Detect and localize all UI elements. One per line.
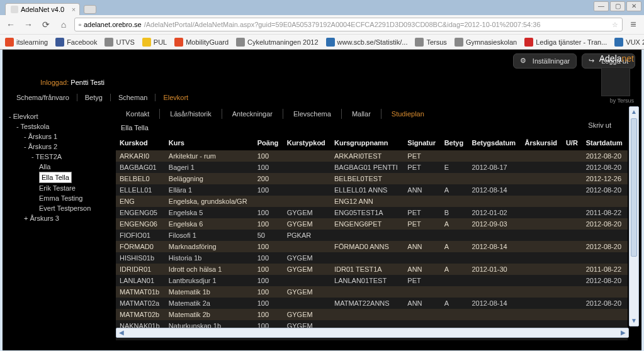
table-body: ARKARI0Arkitektur - rum100ARKARI0TESTPET… [116, 150, 628, 332]
sub-tab[interactable]: Elevschema [283, 109, 342, 119]
minimize-button[interactable]: — [594, 1, 609, 11]
cell [562, 196, 582, 207]
tree-year-3[interactable]: + Årskurs 3 [9, 213, 113, 223]
table-row[interactable]: ARKARI0Arkitektur - rum100ARKARI0TESTPET… [116, 150, 628, 162]
table-row[interactable]: FIOFIO01Filosofi 150PGKAR [116, 230, 628, 241]
column-header[interactable]: Betygsdatum [468, 135, 521, 150]
tree-student[interactable]: Emma Testing [9, 193, 113, 203]
address-bar[interactable]: ▫ adelanet.orebro.se/AdelaNetPortal/Adel… [74, 18, 623, 31]
cell: PET [404, 207, 440, 218]
menu-button[interactable]: ≡ [626, 18, 640, 31]
cell: 2012-08-14 [468, 184, 521, 196]
settings-button[interactable]: ⚙ Inställningar [513, 53, 577, 69]
horizontal-scrollbar[interactable]: ◀ ▶ [116, 328, 629, 338]
close-window-button[interactable]: ✕ [626, 1, 641, 11]
bookmark-item[interactable]: Cykelutmaningen 2012 [236, 38, 319, 47]
tree-year-2[interactable]: - Årskurs 2 [9, 142, 113, 152]
sub-tab[interactable]: Mallar [342, 109, 381, 119]
close-icon[interactable]: × [72, 6, 76, 13]
table-row[interactable]: ELLELL01Ellära 1100ELLELL01 ANNSANNA2012… [116, 184, 628, 196]
brand-logo [601, 67, 630, 96]
main-nav-item[interactable]: Elevkort [155, 94, 196, 101]
by-tersus: by Tersus [610, 98, 634, 104]
sub-tab[interactable]: Läsår/historik [160, 109, 222, 119]
bookmark-item[interactable]: Facebook [55, 38, 97, 47]
cell: 2011-08-22 [582, 207, 628, 218]
new-tab-button[interactable] [84, 5, 96, 14]
column-header[interactable]: Kursgruppnamn [330, 135, 404, 150]
table-row[interactable]: ENGENG06Engelska 6100GYGEMENGENG6PETPETA… [116, 218, 628, 230]
table-row[interactable]: MATMAT02aMatematik 2a100MATMAT22ANNSANNA… [116, 298, 628, 309]
bookmark-item[interactable]: UTVS [105, 38, 134, 47]
tree-school[interactable]: - Testskola [9, 121, 113, 131]
home-button[interactable]: ⌂ [57, 18, 71, 31]
table-row[interactable]: MATMAT01bMatematik 1b100GYGEM [116, 286, 628, 298]
tree-root[interactable]: - Elevkort [9, 111, 113, 121]
cell: HISHIS01b [116, 252, 165, 264]
table-row[interactable]: HISHIS01bHistoria 1b100GYGEM [116, 252, 628, 264]
bookmark-item[interactable]: PUL [142, 38, 167, 47]
main-nav-item[interactable]: Betyg [77, 94, 111, 101]
sub-tab[interactable]: Kontakt [116, 109, 160, 119]
table-row[interactable]: BELBEL0Beläggning200BELBEL0TEST2012-12-2… [116, 173, 628, 184]
main-nav-item[interactable]: Scheman [111, 94, 155, 101]
table-row[interactable]: FÖRMAD0Marknadsföring100FÖRMAD0 ANNSANNA… [116, 241, 628, 252]
scroll-right-icon[interactable]: ▶ [618, 328, 628, 337]
maximize-button[interactable]: ▢ [610, 1, 625, 11]
column-header[interactable]: Poäng [254, 135, 283, 150]
column-header[interactable]: Signatur [404, 135, 440, 150]
scroll-left-icon[interactable]: ◀ [116, 328, 127, 337]
app-frame: ⚙ Inställningar ↪ Logga ut Adelanet by T… [3, 50, 641, 350]
scroll-up-icon[interactable]: ▲ [630, 107, 638, 117]
column-header[interactable]: Kurskod [116, 135, 165, 150]
table-row[interactable]: ENGENG05Engelska 5100GYGEMENG05TEST1APET… [116, 207, 628, 218]
cell: 2012-01-02 [468, 207, 521, 218]
body-row: - Elevkort - Testskola - Årskurs 1 - Års… [3, 106, 641, 339]
tree-class[interactable]: - TEST2A [9, 152, 113, 162]
cell: IDRIDR01 [116, 264, 165, 275]
tree-student[interactable]: Evert Testperson [9, 203, 113, 213]
column-header[interactable]: Kurs [165, 135, 254, 150]
cell: BAGBAG01 [116, 162, 165, 173]
back-button[interactable]: ← [4, 18, 18, 31]
table-row[interactable]: IDRIDR01Idrott och hälsa 1100GYGEMIDR01 … [116, 264, 628, 275]
forward-button[interactable]: → [21, 18, 35, 31]
cell: 100 [254, 309, 283, 320]
column-header[interactable]: Kurstypkod [283, 135, 330, 150]
tree-all[interactable]: Alla [9, 162, 113, 172]
print-link[interactable]: Skriv ut [588, 121, 611, 129]
cell: 2012-01-30 [468, 264, 521, 275]
bookmark-item[interactable]: Lediga tjänster - Tran... [524, 38, 607, 47]
bookmark-item[interactable]: MobilityGuard [174, 38, 229, 47]
column-header[interactable]: Betyg [441, 135, 468, 150]
table-row[interactable]: MATMAT02bMatematik 2b100GYGEM [116, 309, 628, 320]
scroll-down-icon[interactable]: ▼ [630, 316, 638, 326]
tree-student[interactable]: Erik Testare [9, 183, 113, 193]
bookmark-star-icon[interactable]: ☆ [612, 21, 618, 29]
browser-tab[interactable]: AdelaNet v4.0 × [5, 3, 80, 15]
sub-tab[interactable]: Studieplan [381, 109, 434, 119]
table-row[interactable]: BAGBAG01Bageri 1100BAGBAG01 PENTTIPETE20… [116, 162, 628, 173]
bookmark-item[interactable]: Tersus [415, 38, 446, 47]
bookmarks-bar: itslearningFacebookUTVSPULMobilityGuardC… [0, 34, 644, 49]
bookmark-item[interactable]: www.scb.se/Statistik/... [326, 38, 408, 47]
cell [562, 309, 582, 320]
vertical-scrollbar[interactable]: ▲ ▼ [629, 106, 639, 326]
cell: Arkitektur - rum [165, 150, 254, 162]
column-header[interactable]: U/R [562, 135, 582, 150]
table-row[interactable]: ENGEngelska, grundskola/GRENG12 ANN [116, 196, 628, 207]
bookmark-item[interactable]: itslearning [5, 38, 48, 47]
tree-student-selected[interactable]: Ella Tella [9, 172, 113, 183]
cell [468, 286, 521, 298]
tree-year-1[interactable]: - Årskurs 1 [9, 131, 113, 142]
table-row[interactable]: LANLAN01Lantbruksdjur 1100LANLAN01TESTPE… [116, 275, 628, 286]
main-nav-item[interactable]: Schema/frånvaro [9, 94, 77, 101]
bookmark-item[interactable]: VUX 2012 [614, 38, 644, 47]
column-header[interactable]: Årskursid [521, 135, 562, 150]
bookmark-item[interactable]: Gymnasieskolan [455, 38, 517, 47]
scroll-thumb[interactable] [631, 118, 637, 257]
column-header[interactable]: Startdatum [582, 135, 628, 150]
reload-button[interactable]: ⟳ [39, 18, 53, 31]
sub-tab[interactable]: Anteckningar [222, 109, 283, 119]
cell [562, 218, 582, 230]
